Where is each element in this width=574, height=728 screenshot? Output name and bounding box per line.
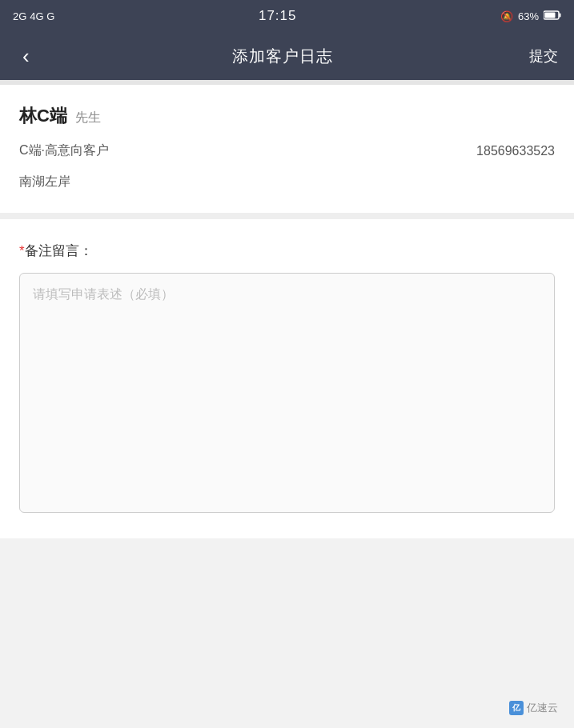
status-network: 2G 4G G (13, 10, 54, 22)
customer-name-row: 林C端 先生 (19, 104, 555, 128)
status-bar: 2G 4G G 17:15 🔕 63% (0, 0, 574, 32)
svg-rect-2 (545, 12, 556, 18)
svg-rect-1 (560, 13, 561, 17)
form-label: *备注留言： (19, 242, 555, 260)
network-label: 2G (13, 10, 26, 22)
signal-4g-label: 4G G (30, 10, 54, 22)
customer-card: 林C端 先生 C端·高意向客户 18569633523 南湖左岸 (0, 85, 574, 213)
status-time: 17:15 (259, 8, 297, 24)
back-button[interactable]: ‹ (16, 41, 36, 72)
customer-phone: 18569633523 (476, 144, 555, 158)
customer-name: 林C端 (19, 104, 67, 128)
customer-location: 南湖左岸 (19, 174, 70, 188)
brand-label: 亿速云 (527, 701, 558, 715)
form-label-text: 备注留言： (25, 243, 93, 258)
battery-icon (544, 10, 561, 22)
battery-percent: 63% (518, 10, 539, 22)
bell-icon: 🔕 (500, 10, 513, 22)
form-section: *备注留言： (0, 219, 574, 538)
customer-type: C端·高意向客户 (19, 142, 109, 159)
page-title: 添加客户日志 (232, 46, 333, 67)
submit-button[interactable]: 提交 (529, 46, 558, 66)
required-star: * (19, 243, 25, 258)
section-divider (0, 213, 574, 219)
nav-bar: ‹ 添加客户日志 提交 (0, 32, 574, 80)
note-textarea[interactable] (19, 273, 555, 513)
customer-title-label: 先生 (75, 110, 101, 126)
status-right-group: 🔕 63% (500, 10, 561, 22)
brand-icon: 亿 (509, 701, 524, 715)
bottom-branding: 亿 亿速云 (509, 701, 558, 715)
customer-info-row: C端·高意向客户 18569633523 (19, 142, 555, 159)
customer-location-row: 南湖左岸 (19, 174, 555, 190)
